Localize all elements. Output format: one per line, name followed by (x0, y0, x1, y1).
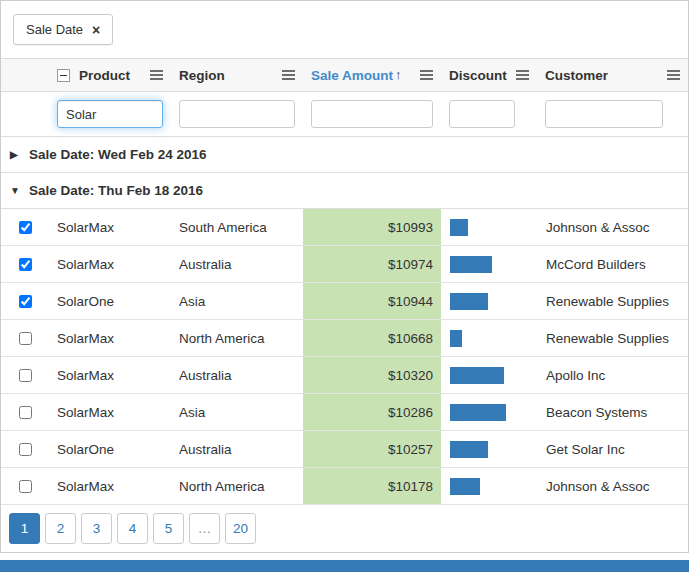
discount-bar (450, 330, 462, 347)
row-checkbox[interactable] (19, 406, 32, 419)
discount-cell (441, 468, 537, 504)
collapse-all-icon[interactable] (57, 69, 70, 82)
discount-bar (450, 256, 492, 273)
expand-icon[interactable]: ▶ (10, 149, 21, 160)
row-checkbox[interactable] (19, 258, 32, 271)
product-cell: SolarMax (49, 468, 171, 504)
discount-bar (450, 441, 488, 458)
column-menu-icon[interactable] (667, 70, 680, 80)
discount-cell (441, 357, 537, 393)
column-menu-icon[interactable] (420, 70, 433, 80)
column-label: Customer (545, 68, 608, 83)
header-row: Product Region Sale Amount ↑ Discount Cu… (1, 59, 688, 92)
remove-group-icon[interactable]: × (92, 23, 100, 37)
sale-amount-cell: $10993 (303, 209, 441, 245)
sort-asc-icon: ↑ (395, 67, 402, 82)
row-select-cell (1, 283, 49, 319)
rows-container: SolarMaxSouth America$10993Johnson & Ass… (1, 209, 688, 505)
row-select-cell (1, 320, 49, 356)
page-button-2[interactable]: 2 (45, 513, 76, 544)
column-menu-icon[interactable] (516, 70, 529, 80)
row-checkbox[interactable] (19, 480, 32, 493)
table-row: SolarMaxAustralia$10320Apollo Inc (1, 357, 688, 394)
table-row: SolarMaxAsia$10286Beacon Systems (1, 394, 688, 431)
filter-row (1, 92, 688, 137)
row-checkbox[interactable] (19, 443, 32, 456)
minus-glyph (60, 75, 67, 76)
pagination: 12345…20 (1, 505, 688, 552)
row-checkbox[interactable] (19, 295, 32, 308)
column-header-sale-amount[interactable]: Sale Amount ↑ (303, 59, 441, 91)
column-header-discount[interactable]: Discount (441, 59, 537, 91)
page-button-5[interactable]: 5 (153, 513, 184, 544)
table-row: SolarOneAsia$10944Renewable Supplies (1, 283, 688, 320)
customer-filter-input[interactable] (545, 100, 663, 128)
discount-bar (450, 367, 504, 384)
group-label: Sale Date: Thu Feb 18 2016 (29, 183, 203, 198)
filter-cell-region (171, 100, 303, 128)
region-cell: Australia (171, 246, 303, 282)
page-button-20[interactable]: 20 (225, 513, 256, 544)
region-cell: Asia (171, 283, 303, 319)
pager-ellipsis[interactable]: … (189, 513, 220, 544)
sale-amount-cell: $10944 (303, 283, 441, 319)
region-filter-input[interactable] (179, 100, 295, 128)
group-chip-sale-date[interactable]: Sale Date × (13, 14, 113, 45)
page-button-1[interactable]: 1 (9, 513, 40, 544)
product-cell: SolarMax (49, 394, 171, 430)
column-label: Region (179, 68, 225, 83)
sale-amount-cell: $10286 (303, 394, 441, 430)
column-label: Discount (449, 68, 507, 83)
discount-cell (441, 209, 537, 245)
filter-cell-sale-amount (303, 100, 441, 128)
region-cell: South America (171, 209, 303, 245)
customer-cell: Get Solar Inc (537, 431, 688, 467)
discount-bar (450, 404, 506, 421)
customer-cell: Renewable Supplies (537, 283, 688, 319)
region-cell: North America (171, 320, 303, 356)
page-button-3[interactable]: 3 (81, 513, 112, 544)
row-select-cell (1, 394, 49, 430)
column-menu-icon[interactable] (150, 70, 163, 80)
group-row-thu-feb-18[interactable]: ▼ Sale Date: Thu Feb 18 2016 (1, 173, 688, 209)
discount-cell (441, 320, 537, 356)
sale-amount-cell: $10974 (303, 246, 441, 282)
column-menu-icon[interactable] (282, 70, 295, 80)
column-header-customer[interactable]: Customer (537, 59, 688, 91)
collapse-icon[interactable]: ▼ (10, 185, 21, 196)
discount-cell (441, 394, 537, 430)
discount-filter-input[interactable] (449, 100, 515, 128)
region-cell: Australia (171, 357, 303, 393)
customer-cell: Johnson & Assoc (537, 209, 688, 245)
row-checkbox[interactable] (19, 369, 32, 382)
product-cell: SolarMax (49, 246, 171, 282)
row-select-cell (1, 209, 49, 245)
row-checkbox[interactable] (19, 332, 32, 345)
row-select-cell (1, 357, 49, 393)
data-grid: Sale Date × Product Region Sale Amount ↑… (0, 0, 689, 553)
discount-bar (450, 478, 480, 495)
discount-bar (450, 293, 488, 310)
customer-cell: Johnson & Assoc (537, 468, 688, 504)
column-header-region[interactable]: Region (171, 59, 303, 91)
table-row: SolarMaxSouth America$10993Johnson & Ass… (1, 209, 688, 246)
group-row-wed-feb-24[interactable]: ▶ Sale Date: Wed Feb 24 2016 (1, 137, 688, 173)
customer-cell: Renewable Supplies (537, 320, 688, 356)
bottom-strip (0, 560, 689, 572)
group-label: Sale Date: Wed Feb 24 2016 (29, 147, 207, 162)
row-select-cell (1, 468, 49, 504)
group-chip-label: Sale Date (26, 22, 83, 37)
column-header-product[interactable]: Product (49, 59, 171, 91)
table-row: SolarOneAustralia$10257Get Solar Inc (1, 431, 688, 468)
sale-amount-filter-input[interactable] (311, 100, 433, 128)
table-row: SolarMaxNorth America$10668Renewable Sup… (1, 320, 688, 357)
product-filter-input[interactable] (57, 100, 163, 128)
column-label: Product (79, 68, 130, 83)
page: Sale Date × Product Region Sale Amount ↑… (0, 0, 689, 572)
region-cell: Asia (171, 394, 303, 430)
page-button-4[interactable]: 4 (117, 513, 148, 544)
sale-amount-cell: $10178 (303, 468, 441, 504)
row-checkbox[interactable] (19, 221, 32, 234)
sale-amount-cell: $10668 (303, 320, 441, 356)
region-cell: North America (171, 468, 303, 504)
